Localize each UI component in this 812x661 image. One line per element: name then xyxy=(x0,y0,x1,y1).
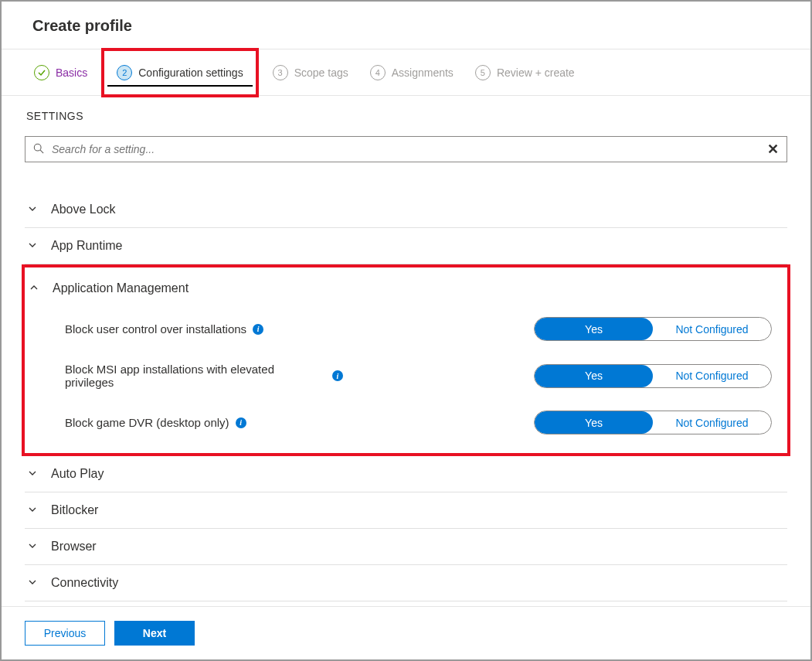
setting-label: Block user control over installations xyxy=(65,322,246,336)
tab-assignments[interactable]: 4 Assignments xyxy=(362,53,461,93)
category-label: Application Management xyxy=(53,281,189,295)
category-app-runtime[interactable]: App Runtime xyxy=(25,228,787,264)
tab-label: Basics xyxy=(56,66,87,79)
search-icon xyxy=(33,143,44,156)
category-label: Connectivity xyxy=(51,576,118,590)
category-browser[interactable]: Browser xyxy=(25,529,787,564)
category-label: App Runtime xyxy=(51,239,123,253)
toggle-block-msi[interactable]: Yes Not Configured xyxy=(534,364,772,388)
info-icon[interactable]: i xyxy=(253,324,263,335)
step-number: 4 xyxy=(370,65,386,80)
setting-label: Block MSI app installations with elevate… xyxy=(65,363,326,389)
toggle-yes[interactable]: Yes xyxy=(535,318,653,340)
previous-button[interactable]: Previous xyxy=(25,621,105,646)
category-label: Above Lock xyxy=(51,203,116,216)
page-title: Create profile xyxy=(32,17,780,35)
search-input[interactable] xyxy=(52,143,767,155)
category-bitlocker[interactable]: Bitlocker xyxy=(25,492,787,528)
toggle-yes[interactable]: Yes xyxy=(535,411,653,434)
toggle-block-dvr[interactable]: Yes Not Configured xyxy=(534,411,772,434)
category-connectivity[interactable]: Connectivity xyxy=(25,565,787,601)
info-icon[interactable]: i xyxy=(332,370,343,381)
tab-label: Assignments xyxy=(392,66,454,79)
chevron-down-icon xyxy=(28,540,39,554)
toggle-not-configured[interactable]: Not Configured xyxy=(653,318,771,340)
toggle-not-configured[interactable]: Not Configured xyxy=(653,411,771,434)
chevron-down-icon xyxy=(28,503,39,517)
category-above-lock[interactable]: Above Lock xyxy=(25,192,787,227)
toggle-not-configured[interactable]: Not Configured xyxy=(653,365,771,387)
tab-scope-tags[interactable]: 3 Scope tags xyxy=(265,53,356,93)
tab-review-create[interactable]: 5 Review + create xyxy=(467,53,583,93)
info-icon[interactable]: i xyxy=(236,417,246,428)
category-application-management[interactable]: Application Management xyxy=(26,271,787,306)
toggle-block-user-control[interactable]: Yes Not Configured xyxy=(534,317,772,341)
check-icon xyxy=(34,65,49,80)
tab-label: Scope tags xyxy=(294,66,348,79)
search-box[interactable]: ✕ xyxy=(25,136,787,162)
chevron-down-icon xyxy=(28,239,39,253)
tab-label: Configuration settings xyxy=(138,66,243,79)
chevron-down-icon xyxy=(28,203,39,216)
category-label: Auto Play xyxy=(51,467,104,481)
step-number: 5 xyxy=(475,65,491,80)
next-button[interactable]: Next xyxy=(114,621,195,646)
step-number: 3 xyxy=(273,65,288,80)
wizard-tabs: Basics 2 Configuration settings 3 Scope … xyxy=(2,49,810,96)
category-label: Bitlocker xyxy=(51,503,98,517)
chevron-down-icon xyxy=(28,576,39,590)
highlight-box-tab: 2 Configuration settings xyxy=(101,48,258,97)
category-auto-play[interactable]: Auto Play xyxy=(25,456,787,492)
svg-line-1 xyxy=(40,150,43,153)
chevron-up-icon xyxy=(29,281,40,295)
tab-basics[interactable]: Basics xyxy=(26,53,95,93)
toggle-yes[interactable]: Yes xyxy=(535,365,653,387)
wizard-footer: Previous Next xyxy=(2,606,810,659)
clear-icon[interactable]: ✕ xyxy=(767,141,779,158)
setting-label: Block game DVR (desktop only) xyxy=(65,416,229,429)
highlight-box-section: Application Management Block user contro… xyxy=(22,264,790,456)
step-number: 2 xyxy=(117,65,132,80)
settings-heading: SETTINGS xyxy=(26,110,787,122)
tab-label: Review + create xyxy=(497,66,575,79)
category-label: Browser xyxy=(51,540,97,554)
chevron-down-icon xyxy=(28,467,39,481)
svg-point-0 xyxy=(34,144,41,151)
tab-configuration-settings[interactable]: 2 Configuration settings xyxy=(109,53,250,93)
